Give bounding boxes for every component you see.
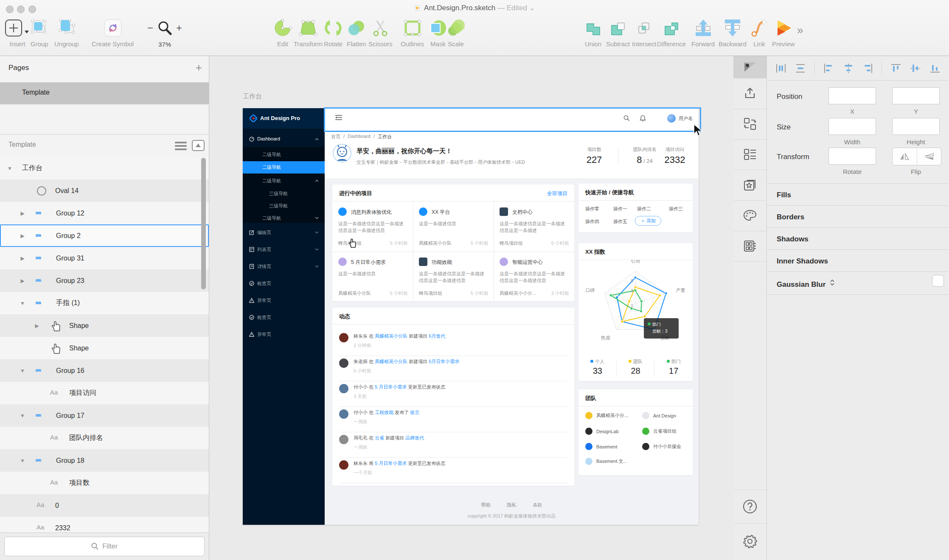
menu-level2[interactable]: 二级导航 — [243, 148, 325, 161]
disclosure-right-icon[interactable]: ▶ — [20, 255, 25, 261]
fills-section[interactable]: Fills — [777, 191, 791, 199]
settings-gear-button[interactable] — [733, 523, 766, 560]
menu-edit-page[interactable]: 编辑页 — [243, 226, 325, 239]
scale-button[interactable]: Scale — [447, 18, 465, 48]
position-y-field[interactable] — [892, 87, 940, 104]
flip-vertical-icon[interactable] — [917, 148, 941, 165]
layer-row-group[interactable]: ▼ Group 16 — [0, 359, 209, 382]
quick-op[interactable]: 操作一 — [613, 206, 627, 212]
layer-row-finger-group[interactable]: ▼ 手指 (1) — [0, 292, 209, 314]
menu-level3[interactable]: 三级导航 — [243, 199, 325, 212]
app-logo[interactable]: Ant Design Pro — [243, 108, 325, 129]
outlines-button[interactable]: Outlines — [401, 18, 424, 48]
team-item[interactable]: 云雀项目组 — [642, 428, 677, 435]
disclosure-right-icon[interactable]: ▶ — [20, 210, 25, 216]
disclosure-down-icon[interactable]: ▼ — [20, 413, 25, 419]
team-item[interactable]: Basement — [585, 443, 618, 450]
all-projects-link[interactable]: 全部项目 — [547, 190, 567, 197]
filter-input[interactable]: Filter — [4, 537, 205, 556]
feed-item[interactable]: 林东东 将 5 月日常小需求 更新至已发布状态 一个月前 — [332, 458, 574, 483]
backward-button[interactable]: Backward — [719, 18, 747, 48]
zoom-in-button[interactable]: + — [176, 22, 182, 34]
scissors-button[interactable]: Scissors — [368, 18, 393, 48]
feed-item[interactable]: 付小小 在 5 月日常小需求 更新至已发布状态 3 天前 — [332, 381, 574, 407]
rotate-button[interactable]: Rotate — [324, 18, 343, 48]
layer-row-artboard[interactable]: ▼ 工作台 — [0, 157, 209, 179]
flip-horizontal-icon[interactable] — [893, 148, 917, 165]
add-op-button[interactable]: ＋ 添加 — [635, 216, 661, 226]
size-width-field[interactable] — [828, 118, 876, 135]
team-item[interactable]: 凤蝶精英小分... — [585, 412, 628, 419]
feed-item[interactable]: 林东东 在 凤蝶精英小分队 新建项目 6月迭代 2 分钟前 — [332, 330, 574, 356]
components-tab[interactable] — [733, 170, 766, 201]
distribute-vertical-icon[interactable] — [795, 63, 806, 73]
subtract-button[interactable]: Subtract — [606, 18, 630, 48]
quick-op[interactable]: 操作三 — [669, 206, 683, 212]
feed-item[interactable]: 朱老师 在 凤蝶精英小分队 新建项目 5月日常小需求 5 小时前 — [332, 356, 574, 381]
menu-error-page[interactable]: 异常页 — [243, 294, 325, 307]
create-symbol-button[interactable]: Create Symbol — [92, 18, 134, 48]
team-item[interactable]: Basement 文... — [585, 458, 627, 465]
rotate-field[interactable] — [828, 148, 876, 165]
gaussian-blur-section[interactable]: Gaussian Blur — [777, 279, 835, 289]
swap-symbol-tab[interactable] — [733, 109, 766, 140]
feed-item[interactable]: 付小小 在 工程效能 发布了 留言 一周前 — [332, 407, 574, 432]
menu-level2-selected[interactable]: 二级导航 — [243, 161, 325, 174]
select-tool-tab[interactable] — [733, 56, 766, 78]
difference-button[interactable]: Difference — [657, 18, 686, 48]
layer-row-oval[interactable]: Oval 14 — [0, 179, 209, 202]
intersect-button[interactable]: Intersect — [632, 18, 657, 48]
menu-list-page[interactable]: 列表页 — [243, 243, 325, 256]
menu-check-page[interactable]: 检查页 — [243, 311, 325, 324]
layer-row-group[interactable]: ▶ Group 31 — [0, 247, 209, 269]
disclosure-down-icon[interactable]: ▼ — [20, 368, 25, 374]
artboard-view-icon[interactable] — [192, 140, 205, 151]
grid-settings-tab[interactable] — [733, 231, 766, 262]
align-top-icon[interactable] — [890, 63, 901, 73]
notification-bell-icon[interactable] — [640, 115, 646, 121]
project-card[interactable]: 文档中心 这是一条描述信息这是一条描述信息这是一条描述 蜂鸟项目组 5 小时前 — [494, 202, 574, 252]
layer-props-tab[interactable] — [733, 139, 766, 170]
menu-check-page[interactable]: 检查页 — [243, 277, 325, 290]
menu-detail-page[interactable]: 详情页 — [243, 260, 325, 273]
edit-button[interactable]: Edit — [274, 18, 292, 48]
canvas[interactable]: 工作台 Ant Design Pro Dashboard 二级导航 二级导航 — [209, 56, 733, 560]
team-item[interactable]: 付小小后援会 — [642, 443, 681, 450]
link-button[interactable]: Link — [751, 18, 768, 48]
project-card[interactable]: 5 月日常小需求 这是一条描述信息 凤蝶精英小分队 5 小时前 — [332, 252, 413, 302]
project-card[interactable]: XX 平台 这是一条描述信息 凤蝶精英小分队 5 小时前 — [413, 202, 494, 252]
forward-button[interactable]: Forward — [691, 18, 715, 48]
transform-button[interactable]: Transform — [294, 18, 323, 48]
help-button[interactable] — [733, 490, 766, 524]
layer-list-scrollbar[interactable] — [201, 158, 206, 289]
title-chevron-icon[interactable]: ⌄ — [529, 4, 535, 12]
layer-row-text[interactable]: Aa 0 — [0, 494, 209, 517]
toolbar-overflow-button[interactable]: » — [797, 24, 801, 37]
disclosure-down-icon[interactable]: ▼ — [20, 300, 25, 306]
menu-error-page[interactable]: 异常页 — [243, 328, 325, 341]
align-right-icon[interactable] — [862, 63, 873, 73]
quick-op[interactable]: 操作零 — [585, 206, 599, 212]
ungroup-button[interactable]: Ungroup — [54, 18, 79, 48]
gaussian-blur-checkbox[interactable] — [932, 275, 944, 287]
menu-dashboard[interactable]: Dashboard — [243, 133, 325, 146]
disclosure-down-icon[interactable]: ▼ — [7, 165, 13, 171]
list-view-icon[interactable] — [175, 141, 187, 151]
layer-row-group[interactable]: ▶ Group 23 — [0, 269, 209, 292]
borders-section[interactable]: Borders — [777, 213, 804, 221]
inner-shadows-section[interactable]: Inner Shadows — [777, 257, 828, 266]
layer-row-group-selected[interactable]: ▶ Group 2 — [0, 224, 209, 247]
project-card[interactable]: 功能效能 这是一条描述信息这是一条描述信息这是一条描述信息 蜂鸟项目组 5 小时… — [413, 252, 494, 302]
shadows-section[interactable]: Shadows — [777, 235, 809, 244]
header-search-icon[interactable] — [623, 115, 630, 121]
feed-item[interactable]: 周毛毛 在 云雀 新建项目 品牌迭代 一周前 — [332, 432, 574, 458]
project-card[interactable]: 智能运营中心 这是一条描述信息这是一条描述信息这是一条描述信息 凤蝶精英小小分.… — [494, 252, 574, 302]
artboard[interactable]: Ant Design Pro Dashboard 二级导航 二级导航 二级导航 … — [243, 108, 699, 525]
menu-level2[interactable]: 二级导航 — [243, 212, 325, 224]
layer-row-text[interactable]: Aa 项目访问 — [0, 382, 209, 404]
menu-level2[interactable]: 二级导航 — [243, 174, 325, 187]
align-center-horizontal-icon[interactable] — [843, 63, 854, 73]
quick-op[interactable]: 操作二 — [637, 206, 651, 212]
menu-level3[interactable]: 三级导航 — [243, 187, 325, 200]
align-left-icon[interactable] — [823, 63, 834, 73]
